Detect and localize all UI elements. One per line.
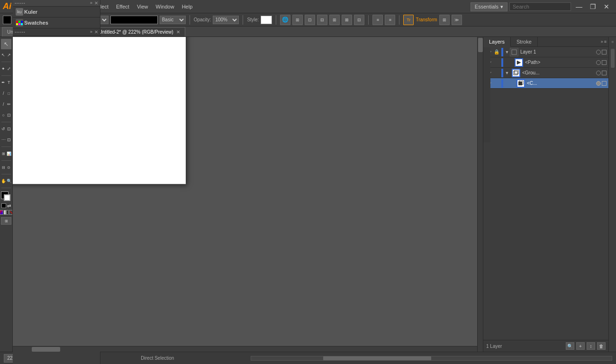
warp-tool[interactable]: ⋯ xyxy=(1,135,6,145)
layer1-select-icon[interactable] xyxy=(602,50,607,55)
compound-target-icon[interactable] xyxy=(596,81,601,86)
stroke-tab[interactable]: Stroke xyxy=(511,37,538,46)
layer1-lock-icon[interactable]: 🔒 xyxy=(493,49,500,55)
type-tool[interactable]: T xyxy=(7,77,12,88)
vscroll-thumb[interactable] xyxy=(478,38,483,52)
column-graph-tool[interactable]: 📊 xyxy=(7,148,12,159)
style-swatch[interactable] xyxy=(261,16,272,24)
tab-untitled2[interactable]: Untitled-2* @ 222% (RGB/Preview) ✕ xyxy=(93,27,185,36)
slice-tool[interactable]: ⊙ xyxy=(7,162,12,173)
distribute-h-icon[interactable]: ≡ xyxy=(372,15,383,25)
artboards-btn[interactable]: ⊞ xyxy=(1,217,11,225)
move-to-layer-btn[interactable]: ↕ xyxy=(587,342,595,350)
none-mode-icon[interactable] xyxy=(9,210,13,215)
transform-options-icon[interactable]: ⊞ xyxy=(439,15,450,25)
grid-tool[interactable]: ⊡ xyxy=(7,110,12,120)
rotate-tool[interactable]: ↺ xyxy=(1,124,6,134)
layer1-expand-icon[interactable]: ▼ xyxy=(504,50,510,55)
layer1-target-icon[interactable] xyxy=(596,50,601,55)
layer-row-layer1[interactable]: 👁 🔒 ▼ Layer 1 xyxy=(483,47,608,57)
delete-layer-btn[interactable]: 🗑 xyxy=(597,342,606,350)
group-lock-icon[interactable]: 🔒 xyxy=(493,70,500,75)
stroke-preview[interactable] xyxy=(110,16,158,24)
layer-row-compound[interactable]: 👁 🔒 ▼ <C... xyxy=(483,78,608,89)
default-colors-icon[interactable] xyxy=(1,203,6,208)
align-bottom-icon[interactable]: ⊟ xyxy=(354,15,364,25)
symbol-sprayer-tool[interactable]: ⊞ xyxy=(1,148,6,159)
compound-lock-icon[interactable]: 🔒 xyxy=(493,81,500,86)
compound-select-icon[interactable] xyxy=(602,81,607,86)
selection-tool-2[interactable]: ↖ xyxy=(1,50,6,60)
right-vscroll-thumb[interactable] xyxy=(611,49,615,68)
color-panel-expand-icon[interactable]: » xyxy=(90,29,92,35)
tab2-close-icon[interactable]: ✕ xyxy=(176,29,180,35)
line-tool[interactable]: / xyxy=(1,88,6,99)
selection-tool[interactable]: ↖ xyxy=(1,39,11,49)
group-expand-icon[interactable]: ▼ xyxy=(504,71,510,75)
transform-label[interactable]: Transform xyxy=(416,17,437,22)
canvas-hscrollbar[interactable] xyxy=(13,346,477,352)
group-select-icon[interactable] xyxy=(602,71,607,75)
minimize-button[interactable]: — xyxy=(573,3,585,10)
menu-help[interactable]: Help xyxy=(178,2,197,11)
free-transform-tool[interactable]: ⊡ xyxy=(7,135,12,145)
align-right-icon[interactable]: ⊟ xyxy=(317,15,327,25)
group-target-icon[interactable] xyxy=(596,71,601,75)
new-layer-btn[interactable]: + xyxy=(576,342,585,350)
hscroll-bar-thumb[interactable] xyxy=(323,356,431,360)
color-panel-drag[interactable]: •••••• xyxy=(15,30,26,34)
essentials-button[interactable]: Essentials ▾ xyxy=(471,2,507,11)
color-mode-icon[interactable] xyxy=(0,210,3,215)
rect-tool[interactable]: □ xyxy=(7,88,12,99)
gradient-mode-icon[interactable] xyxy=(4,210,9,215)
layers-tab[interactable]: Layers xyxy=(483,37,511,47)
path-select-icon[interactable] xyxy=(602,60,607,65)
layers-panel-menu-icon[interactable]: ≡ xyxy=(604,39,607,44)
menu-view[interactable]: View xyxy=(133,2,152,11)
align-middle-icon[interactable]: ⊠ xyxy=(342,15,352,25)
hscrollbar[interactable] xyxy=(251,356,612,361)
globe-icon[interactable]: 🌐 xyxy=(280,15,290,25)
swap-colors-icon[interactable]: ⇄ xyxy=(7,203,11,209)
layers-panel-expand-icon[interactable]: » xyxy=(601,39,603,44)
path-target-icon[interactable] xyxy=(596,60,601,65)
lasso-tool[interactable]: ⤢ xyxy=(7,64,12,74)
layer-search-btn[interactable]: 🔍 xyxy=(566,342,574,350)
restore-button[interactable]: ❐ xyxy=(587,3,599,10)
layer-row-path[interactable]: 👁 🔒 ▼ <Path> xyxy=(483,57,608,68)
ellipse-tool[interactable]: ○ xyxy=(1,110,6,120)
opacity-select[interactable]: 100% xyxy=(213,16,239,24)
align-left-icon[interactable]: ⊞ xyxy=(292,15,303,25)
hand-tool[interactable]: ✋ xyxy=(1,176,6,186)
path-lock-icon[interactable]: 🔒 xyxy=(493,60,500,65)
color-panel-close-icon[interactable]: ✕ xyxy=(94,29,98,35)
kuler-panel-expand-icon[interactable]: » xyxy=(90,0,92,6)
hscroll-thumb[interactable] xyxy=(32,347,60,352)
kuler-panel-close-icon[interactable]: ✕ xyxy=(94,0,98,6)
pencil-tool[interactable]: ✏ xyxy=(7,99,12,109)
kuler-title[interactable]: Kuler xyxy=(24,9,37,15)
pen-tool[interactable]: ✒ xyxy=(1,77,6,88)
scale-tool[interactable]: ⊡ xyxy=(7,124,12,134)
kuler-panel-drag[interactable]: •••••• xyxy=(15,1,26,5)
artboard-tool[interactable]: ⊟ xyxy=(1,162,6,173)
distribute-v-icon[interactable]: ≡ xyxy=(385,15,395,25)
search-input[interactable] xyxy=(509,2,571,11)
menu-effect[interactable]: Effect xyxy=(112,2,133,11)
transform-icon[interactable]: Tr xyxy=(403,15,414,25)
zoom-tool[interactable]: 🔍 xyxy=(7,176,12,186)
paintbrush-tool[interactable]: / xyxy=(1,99,6,109)
swatches-title[interactable]: Swatches xyxy=(24,20,48,26)
align-top-icon[interactable]: ⊞ xyxy=(329,15,340,25)
transform-extra-icon[interactable]: ≫ xyxy=(452,15,462,25)
stroke-color-box[interactable] xyxy=(4,194,10,201)
magic-wand-tool[interactable]: ✦ xyxy=(1,64,6,74)
close-button[interactable]: ✕ xyxy=(601,3,612,10)
menu-window[interactable]: Window xyxy=(152,2,178,11)
canvas-vscrollbar[interactable] xyxy=(477,37,483,352)
strip-expand-icon[interactable]: ≡ xyxy=(610,41,615,43)
fill-swatch[interactable] xyxy=(3,16,11,24)
align-center-icon[interactable]: ⊡ xyxy=(305,15,315,25)
direct-selection-tool[interactable]: ↗ xyxy=(7,50,12,60)
fill-stroke-colors[interactable] xyxy=(1,191,11,202)
